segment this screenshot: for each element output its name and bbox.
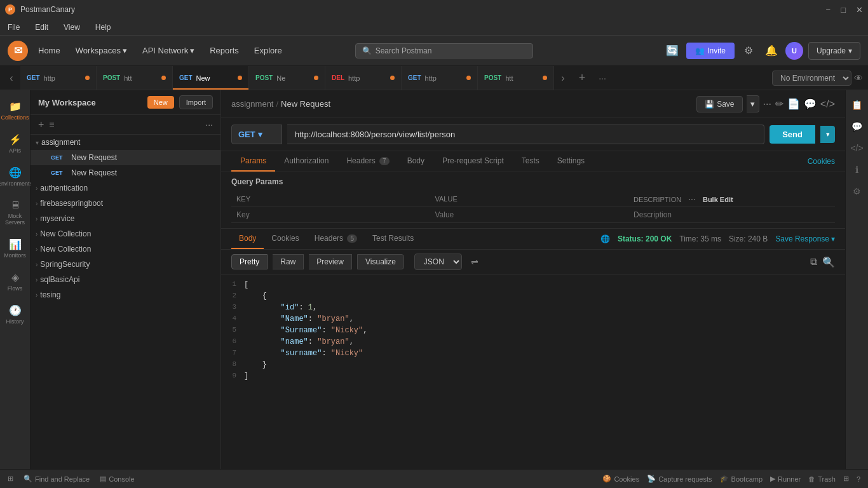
comment-btn[interactable]: 💬 [804,98,817,110]
tab-1[interactable]: POST htt [97,66,173,90]
cookies-status-btn[interactable]: 🍪 Cookies [602,475,639,483]
request-more-btn[interactable]: ··· [763,98,771,110]
bulk-edit-button[interactable]: Bulk Edit [703,196,733,203]
minimize-button[interactable]: − [826,5,831,15]
code-snippet-btn[interactable]: </> [820,98,835,110]
add-collection-btn[interactable]: + [38,119,44,130]
tab-next-button[interactable]: › [554,66,572,90]
save-button[interactable]: 💾 Save [696,96,742,112]
new-button[interactable]: New [147,96,174,109]
nav-workspaces[interactable]: Workspaces ▾ [71,43,132,58]
help-btn[interactable]: ? [857,475,860,483]
maximize-button[interactable]: □ [841,5,846,15]
nav-reports[interactable]: Reports [205,43,244,58]
visualize-view-btn[interactable]: Visualize [357,254,404,269]
sidebar-item-environments[interactable]: 🌐 Environments [1,161,29,192]
req-tab-headers[interactable]: Headers 7 [337,151,398,172]
tab-more-button[interactable]: ··· [592,66,613,90]
runner-btn[interactable]: ▶ Runner [770,475,801,483]
sidebar-item-apis[interactable]: ⚡ APIs [1,128,29,159]
right-sidebar-settings-btn[interactable]: ⚙ [848,182,867,201]
sync-icon-btn[interactable]: 🔄 [663,42,681,60]
key-input[interactable] [236,210,424,219]
req-tab-body[interactable]: Body [398,151,433,172]
user-avatar[interactable]: U [785,42,803,60]
right-sidebar-code-btn[interactable]: </> [848,139,867,158]
sidebar-item-collections[interactable]: 📁 Collections [1,95,29,126]
right-sidebar-info-btn[interactable]: ℹ [848,160,867,179]
collection-more-btn[interactable]: ··· [205,119,213,130]
copy-response-btn[interactable]: ⧉ [810,256,817,268]
menu-file[interactable]: File [5,22,22,33]
tab-6[interactable]: POST htt [478,66,554,90]
sidebar-item-monitors[interactable]: 📊 Monitors [1,233,29,264]
breadcrumb-parent[interactable]: assignment [231,99,273,109]
method-select[interactable]: GET ▾ [231,125,282,144]
collection-new-2[interactable]: › New Collection [31,241,220,257]
layout-toggle-btn[interactable]: ⊞ [8,475,13,483]
req-tab-prerequest[interactable]: Pre-request Script [433,151,513,172]
environment-select[interactable]: No Environment [772,71,851,86]
resp-tab-cookies[interactable]: Cookies [264,229,306,249]
tab-4[interactable]: DEL http [325,66,402,90]
nav-home[interactable]: Home [33,43,65,58]
send-button[interactable]: Send [770,125,815,144]
req-tab-authorization[interactable]: Authorization [275,151,337,172]
req-tab-settings[interactable]: Settings [548,151,593,172]
value-input[interactable] [435,210,623,219]
collection-new-1[interactable]: › New Collection [31,226,220,241]
expand-btn[interactable]: ⊞ [843,475,849,483]
resp-tab-test-results[interactable]: Test Results [365,229,421,249]
new-tab-button[interactable]: + [572,66,592,90]
search-response-btn[interactable]: 🔍 [822,256,835,268]
notification-icon-btn[interactable]: 🔔 [763,42,780,60]
env-eye-button[interactable]: 👁 [854,73,863,83]
sidebar-item-mock-servers[interactable]: 🖥 Mock Servers [1,194,29,231]
pretty-view-btn[interactable]: Pretty [231,254,268,269]
format-select[interactable]: JSON [414,254,462,270]
docs-btn[interactable]: 📄 [787,98,800,110]
edit-request-btn[interactable]: ✏ [775,98,783,110]
send-dropdown-button[interactable]: ▾ [820,126,835,143]
sidebar-item-flows[interactable]: ◈ Flows [1,266,29,297]
tab-5[interactable]: GET http [402,66,478,90]
filter-collections-btn[interactable]: ≡ [49,119,54,130]
url-input[interactable] [287,125,764,144]
resp-tab-headers[interactable]: Headers 5 [307,229,365,249]
request-new-request-1[interactable]: GET New Request [31,150,220,165]
nav-explore[interactable]: Explore [249,43,287,58]
upgrade-button[interactable]: Upgrade ▾ [808,42,860,60]
bootcamp-btn[interactable]: 🎓 Bootcamp [720,475,763,483]
find-replace-btn[interactable]: 🔍 Find and Replace [24,475,90,483]
wrap-icon[interactable]: ⇌ [471,257,478,267]
request-new-request-2[interactable]: GET New Request [31,165,220,180]
cookies-link[interactable]: Cookies [808,157,835,166]
save-response-button[interactable]: Save Response ▾ [775,234,835,243]
capture-requests-btn[interactable]: 📡 Capture requests [647,475,712,483]
tab-0[interactable]: GET http [20,66,97,90]
right-sidebar-docs-btn[interactable]: 📋 [848,95,867,114]
tab-3[interactable]: POST Ne [249,66,325,90]
nav-api-network[interactable]: API Network ▾ [137,43,200,58]
save-dropdown-button[interactable]: ▾ [747,95,759,112]
invite-button[interactable]: 👥 Invite [686,43,735,59]
console-btn[interactable]: ▤ Console [100,475,134,483]
resp-tab-body[interactable]: Body [231,229,264,249]
collection-sqlbasicapi[interactable]: › sqlBasicApi [31,272,220,287]
menu-view[interactable]: View [61,22,83,33]
collection-myservice[interactable]: › myservice [31,211,220,226]
preview-view-btn[interactable]: Preview [309,254,352,269]
import-button[interactable]: Import [179,95,213,109]
sidebar-item-history[interactable]: 🕐 History [1,299,29,330]
menu-edit[interactable]: Edit [32,22,51,33]
right-sidebar-comment-btn[interactable]: 💬 [848,117,867,136]
description-input[interactable] [634,210,830,219]
close-button[interactable]: ✕ [856,5,863,15]
tab-2[interactable]: GET New [173,66,249,90]
tab-prev-button[interactable]: ‹ [3,66,20,90]
global-search[interactable]: 🔍 Search Postman [355,43,533,58]
collection-tesing[interactable]: › tesing [31,287,220,302]
req-tab-params[interactable]: Params [231,151,275,172]
trash-btn[interactable]: 🗑 Trash [808,475,836,483]
collection-assignment[interactable]: ▾ assignment [31,135,220,150]
